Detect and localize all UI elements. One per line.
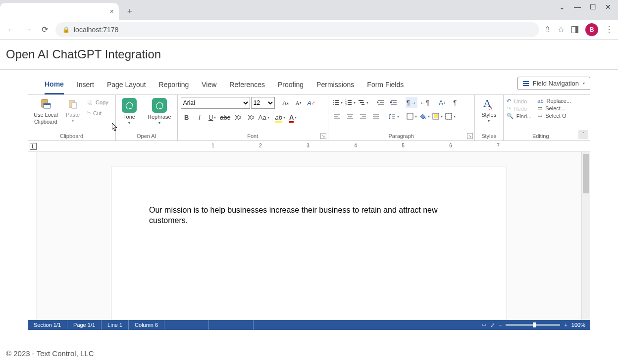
ruler-horizontal[interactable]: L 1 2 3 4 5 6 7 (28, 142, 590, 152)
align-right-button[interactable] (357, 111, 369, 122)
superscript-button[interactable]: X2 (245, 112, 257, 123)
strikethrough-button[interactable]: abc (219, 112, 231, 123)
collapse-ribbon-button[interactable]: ˆ (578, 130, 588, 139)
redo-button[interactable]: ↷Redo (507, 105, 532, 112)
replace-button[interactable]: abReplace... (537, 98, 571, 104)
tab-view[interactable]: View (202, 76, 216, 93)
select-button[interactable]: ▭Select... (537, 105, 571, 111)
tab-permissions[interactable]: Permissions (316, 76, 354, 93)
subscript-button[interactable]: X2 (232, 112, 244, 123)
select-objects-button[interactable]: ▭Select O (537, 112, 571, 119)
paragraph-dialog-launcher[interactable]: ↘ (467, 133, 473, 139)
tone-button[interactable]: Tone ▾ (119, 97, 140, 126)
align-left-button[interactable] (331, 111, 343, 122)
justify-button[interactable] (370, 111, 382, 122)
new-tab-button[interactable]: + (123, 4, 137, 18)
zoom-in-button[interactable]: + (564, 322, 567, 328)
font-name-select[interactable]: Arial (181, 97, 250, 109)
highlight-color-button[interactable]: ab (274, 112, 286, 123)
reload-button[interactable]: ⟳ (39, 24, 51, 36)
zoom-level[interactable]: 100% (571, 322, 585, 328)
list-icon (523, 81, 529, 86)
status-column[interactable]: Column 6 (129, 320, 164, 330)
svg-rect-37 (373, 114, 379, 115)
side-panel-icon[interactable] (571, 26, 578, 33)
browser-tab[interactable]: × (0, 3, 119, 20)
tab-reporting[interactable]: Reporting (159, 76, 189, 93)
maximize-icon[interactable]: ☐ (590, 3, 596, 11)
svg-rect-23 (380, 102, 384, 103)
tab-page-layout[interactable]: Page Layout (107, 76, 146, 93)
tab-stop-selector[interactable]: L (30, 143, 37, 150)
find-button[interactable]: 🔍Find... (507, 113, 532, 119)
align-center-button[interactable] (344, 111, 356, 122)
change-case-button[interactable]: Aa (258, 112, 270, 123)
minimize-icon[interactable]: — (574, 3, 581, 11)
line-spacing-button[interactable] (388, 111, 400, 122)
close-window-icon[interactable]: ✕ (605, 3, 611, 11)
decrease-indent-button[interactable] (375, 97, 387, 108)
frame-lines-button[interactable] (444, 111, 456, 122)
show-marks-button[interactable]: ¶ (449, 97, 461, 108)
forward-button[interactable]: → (22, 24, 34, 36)
rephrase-button[interactable]: Rephrase ▾ (145, 97, 174, 126)
italic-button[interactable]: I (194, 112, 206, 123)
url-field[interactable]: 🔒 localhost:7178 (55, 22, 539, 37)
browser-menu-icon[interactable]: ⋮ (605, 25, 613, 34)
document-canvas[interactable]: Our mission is to help businesses increa… (37, 152, 581, 320)
back-button[interactable]: ← (5, 24, 17, 36)
ruler-vertical[interactable] (28, 152, 37, 320)
shading-button[interactable] (418, 111, 430, 122)
close-tab-icon[interactable]: × (110, 7, 114, 15)
svg-rect-5 (88, 100, 91, 103)
document-page[interactable]: Our mission is to help businesses increa… (111, 167, 507, 320)
tab-form-fields[interactable]: Form Fields (367, 76, 404, 93)
cut-button[interactable]: ✂ Cut (85, 109, 110, 117)
bullets-button[interactable] (331, 97, 343, 108)
font-size-select[interactable]: 12 (251, 97, 275, 109)
profile-avatar[interactable]: B (585, 23, 598, 36)
increase-indent-button[interactable] (388, 97, 400, 108)
status-line[interactable]: Line 1 (102, 320, 129, 330)
font-dialog-launcher[interactable]: ↘ (320, 133, 326, 139)
fit-width-icon[interactable]: ⇿ (482, 322, 486, 328)
lock-icon: 🔒 (62, 26, 70, 33)
share-icon[interactable]: ⇪ (544, 25, 551, 34)
grow-font-button[interactable]: A▴ (280, 97, 292, 108)
svg-rect-22 (378, 100, 384, 101)
bold-button[interactable]: B (181, 112, 193, 123)
scrollbar-thumb[interactable] (583, 154, 589, 193)
font-color-button[interactable]: A (287, 112, 299, 123)
tab-insert[interactable]: Insert (77, 76, 94, 93)
zoom-out-button[interactable]: − (499, 322, 502, 328)
document-scrollbar[interactable] (581, 152, 590, 320)
use-local-clipboard-button[interactable]: Use Local Clipboard (31, 97, 61, 126)
copy-button[interactable]: Copy (85, 98, 110, 107)
zoom-slider[interactable] (506, 324, 560, 326)
field-navigation-dropdown[interactable]: Field Navigation ▾ (517, 77, 590, 90)
svg-rect-28 (334, 114, 340, 115)
frame-fill-button[interactable] (431, 111, 443, 122)
status-page[interactable]: Page 1/1 (67, 320, 102, 330)
copy-icon (87, 99, 94, 106)
rtl-button[interactable]: ←¶ (418, 97, 430, 108)
bookmark-star-icon[interactable]: ☆ (558, 25, 565, 34)
styles-button[interactable]: AA Styles ▾ (478, 97, 499, 124)
multilevel-list-button[interactable] (357, 97, 369, 108)
undo-button[interactable]: ↶Undo (507, 98, 532, 104)
underline-button[interactable]: U (206, 112, 218, 123)
status-section[interactable]: Section 1/1 (28, 320, 67, 330)
tab-home[interactable]: Home (45, 75, 64, 94)
fit-page-icon[interactable]: ⤢ (490, 322, 495, 328)
tab-references[interactable]: References (229, 76, 265, 93)
ltr-button[interactable]: ¶→ (406, 97, 417, 108)
numbering-button[interactable]: 123 (344, 97, 356, 108)
clear-formatting-button[interactable]: A⤤ (306, 97, 317, 108)
tab-proofing[interactable]: Proofing (278, 76, 304, 93)
document-body-text[interactable]: Our mission is to help businesses increa… (149, 205, 466, 226)
chevron-down-icon[interactable]: ⌄ (559, 3, 565, 11)
paste-button[interactable]: Paste ▾ (63, 97, 83, 124)
sort-button[interactable]: A↓ (436, 97, 448, 108)
shrink-font-button[interactable]: A▾ (293, 97, 305, 108)
borders-button[interactable] (406, 111, 417, 122)
